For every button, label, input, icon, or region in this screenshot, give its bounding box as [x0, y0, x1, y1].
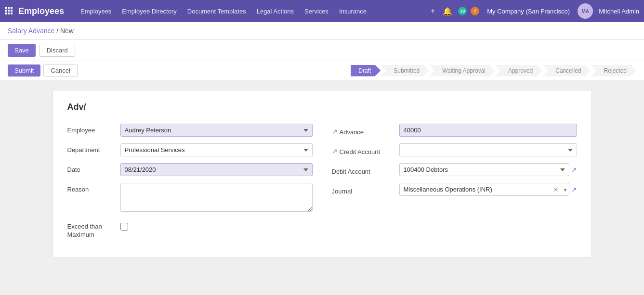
journal-row: Journal Miscellaneous Operations (INR) ✕… [332, 183, 577, 196]
form-title: Adv/ [67, 102, 577, 112]
user-avatar[interactable]: MA [578, 3, 593, 19]
user-name: Mitchell Admin [599, 8, 639, 15]
svg-rect-4 [8, 10, 10, 12]
status-bar: Submit Cancel Draft Submitted Waiting Ap… [0, 61, 644, 80]
department-control: Professional Services [120, 143, 313, 156]
nav-employee-directory[interactable]: Employee Directory [117, 5, 181, 18]
credit-account-row: ↗ Credit Account [332, 143, 577, 156]
date-row: Date 08/21/2020 [67, 163, 313, 176]
discard-button[interactable]: Discard [39, 44, 75, 57]
credit-account-label: Credit Account [340, 146, 381, 155]
employee-row: Employee Audrey Peterson [67, 124, 313, 137]
journal-ext-link-icon[interactable]: ↗ [571, 186, 577, 193]
reason-control [120, 183, 313, 213]
svg-rect-1 [8, 7, 10, 9]
journal-select-wrap: Miscellaneous Operations (INR) ✕ ▾ [399, 183, 569, 196]
department-row: Department Professional Services [67, 143, 313, 156]
breadcrumb: Salary Advance / New [0, 22, 644, 40]
nav-insurance[interactable]: Insurance [334, 5, 371, 18]
nav-services[interactable]: Services [300, 5, 333, 18]
form-card: Adv/ Employee Audrey Peterson Department [53, 90, 592, 258]
msg-count: 7 [471, 7, 479, 15]
nav-legal-actions[interactable]: Legal Actions [252, 5, 299, 18]
date-label: Date [67, 163, 120, 173]
svg-rect-0 [5, 7, 7, 9]
nav-employees[interactable]: Employees [76, 5, 116, 18]
date-select[interactable]: 08/21/2020 [120, 163, 313, 176]
status-rejected: Rejected [591, 65, 636, 77]
employee-label: Employee [67, 124, 120, 134]
advance-control [399, 124, 577, 137]
journal-select[interactable]: Miscellaneous Operations (INR) [399, 183, 569, 196]
breadcrumb-path[interactable]: Salary Advance [8, 27, 54, 35]
status-cancelled: Cancelled [542, 65, 591, 77]
credit-account-control [399, 143, 577, 156]
advance-row: ↗ Advance [332, 124, 577, 137]
employee-select[interactable]: Audrey Peterson [120, 124, 313, 137]
company-selector[interactable]: My Company (San Francisco) [483, 6, 574, 17]
svg-rect-6 [5, 13, 7, 14]
advance-input[interactable] [399, 124, 577, 137]
debit-account-select[interactable]: 100400 Debtors [399, 163, 569, 176]
breadcrumb-current: New [60, 27, 74, 35]
status-steps: Draft Submitted Waiting Approval Approve… [351, 65, 636, 77]
cancel-button[interactable]: Cancel [43, 64, 77, 77]
journal-clear-icon[interactable]: ✕ [553, 186, 559, 193]
breadcrumb-separator: / [56, 27, 60, 35]
exceed-control [120, 220, 313, 232]
bell-icon[interactable]: 🔔 [441, 5, 454, 18]
advance-ext-link-icon[interactable]: ↗ [332, 128, 338, 135]
msg-badge-btn[interactable]: 7 [471, 7, 479, 15]
grid-icon[interactable] [5, 7, 13, 16]
credit-account-select[interactable] [399, 143, 577, 156]
svg-rect-5 [11, 10, 13, 12]
svg-rect-8 [11, 13, 13, 14]
save-button[interactable]: Save [8, 44, 36, 57]
nav-document-templates[interactable]: Document Templates [183, 5, 251, 18]
exceed-row: Exceed than Maximum [67, 220, 313, 239]
add-icon[interactable]: + [429, 5, 437, 17]
svg-rect-3 [5, 10, 7, 12]
form-left: Employee Audrey Peterson Department Prof… [67, 124, 313, 246]
top-navigation: Employees Employees Employee Directory D… [0, 0, 644, 22]
main-content: Adv/ Employee Audrey Peterson Department [0, 80, 644, 279]
status-approved: Approved [495, 65, 542, 77]
app-title: Employees [18, 6, 64, 16]
department-label: Department [67, 143, 120, 154]
chat-badge-btn[interactable]: 19 [458, 7, 467, 15]
submit-button[interactable]: Submit [8, 64, 40, 77]
status-draft: Draft [351, 65, 381, 77]
debit-account-label: Debit Account [332, 166, 370, 175]
svg-rect-2 [11, 7, 13, 9]
form-body: Employee Audrey Peterson Department Prof… [67, 124, 577, 246]
svg-rect-7 [8, 13, 10, 14]
journal-control: Miscellaneous Operations (INR) ✕ ▾ ↗ [399, 183, 577, 196]
exceed-checkbox[interactable] [120, 223, 128, 231]
debit-account-row: Debit Account 100400 Debtors ↗ [332, 163, 577, 176]
journal-label: Journal [332, 186, 353, 195]
date-control: 08/21/2020 [120, 163, 313, 176]
journal-arrow-icon: ▾ [564, 187, 566, 192]
status-waiting-approval: Waiting Approval [429, 65, 495, 77]
employee-control: Audrey Peterson [120, 124, 313, 137]
credit-account-ext-link-icon[interactable]: ↗ [332, 147, 338, 155]
advance-label: Advance [340, 127, 364, 136]
exceed-label: Exceed than Maximum [67, 220, 120, 239]
form-right: ↗ Advance ↗ Credit Account [332, 124, 577, 246]
reason-row: Reason [67, 183, 313, 213]
department-select[interactable]: Professional Services [120, 143, 313, 156]
nav-right: + 🔔 19 7 My Company (San Francisco) MA M… [429, 3, 639, 19]
debit-account-control: 100400 Debtors ↗ [399, 163, 577, 176]
main-menu: Employees Employee Directory Document Te… [76, 5, 427, 18]
chat-count: 19 [458, 7, 467, 15]
status-submitted: Submitted [380, 65, 429, 77]
action-bar: Save Discard [0, 40, 644, 61]
reason-label: Reason [67, 183, 120, 193]
debit-account-ext-link-icon[interactable]: ↗ [571, 166, 577, 174]
reason-textarea[interactable] [120, 183, 313, 212]
